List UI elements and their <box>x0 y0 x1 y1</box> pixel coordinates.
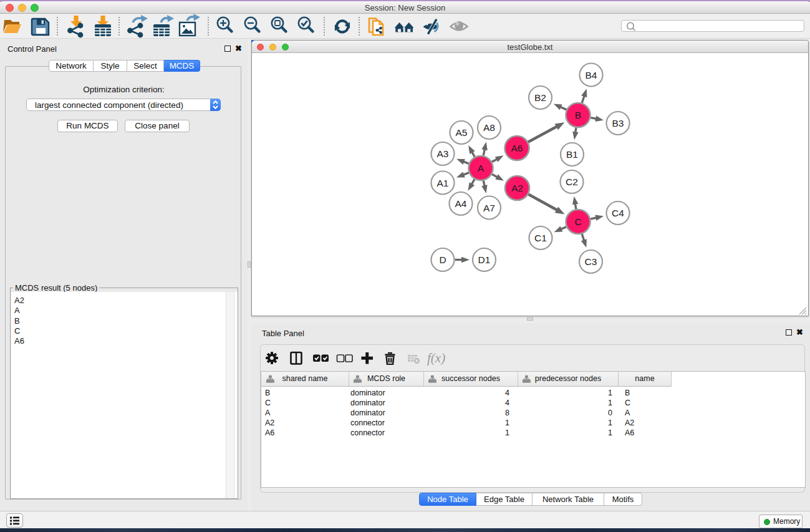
svg-text:B1: B1 <box>566 149 578 160</box>
svg-text:A2: A2 <box>511 183 523 193</box>
svg-text:B2: B2 <box>534 92 546 103</box>
svg-text:C3: C3 <box>585 256 597 267</box>
svg-text:B3: B3 <box>612 118 624 128</box>
svg-text:A5: A5 <box>456 127 468 138</box>
svg-text:C: C <box>574 216 581 227</box>
svg-text:f(x): f(x) <box>427 351 445 365</box>
svg-text:A1: A1 <box>437 178 449 188</box>
svg-text:A4: A4 <box>455 198 467 209</box>
svg-text:A: A <box>478 163 485 173</box>
svg-text:D: D <box>439 254 446 265</box>
svg-text:A6: A6 <box>511 143 523 153</box>
svg-text:A8: A8 <box>483 122 495 133</box>
svg-text:B: B <box>575 110 581 120</box>
svg-text:C2: C2 <box>566 177 578 187</box>
svg-text:A3: A3 <box>437 148 449 159</box>
svg-text:D1: D1 <box>478 254 491 265</box>
svg-text:C4: C4 <box>612 208 624 218</box>
svg-text:A7: A7 <box>483 203 495 213</box>
svg-text:C1: C1 <box>534 233 547 243</box>
svg-text:B4: B4 <box>586 70 597 80</box>
